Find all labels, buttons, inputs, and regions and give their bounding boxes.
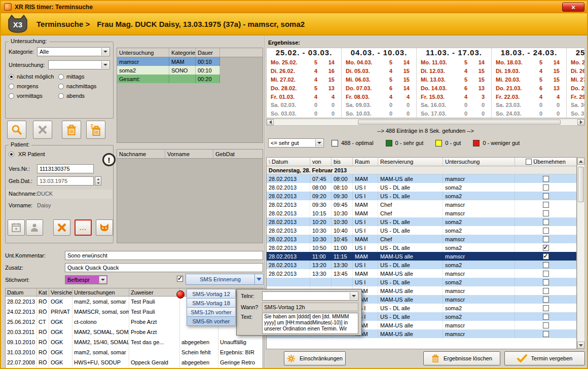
sms-erinnerung-button[interactable]: SMS Erinnerung <box>186 274 264 285</box>
ergebnisse-loeschen-button[interactable]: Ergebnisse löschen <box>423 351 500 365</box>
sms-menu-item[interactable]: SMS-Vortag 12 <box>187 289 236 299</box>
exam-col-header[interactable]: Kategorie <box>169 48 196 57</box>
week-day-row[interactable]: Sa. 02.03.00 <box>267 101 341 109</box>
week-day-row[interactable]: Fr. 22.03.44 <box>492 92 566 101</box>
spinner-down-icon[interactable] <box>97 182 100 184</box>
chevron-down-icon[interactable] <box>101 48 109 55</box>
spinner-up-icon[interactable] <box>97 178 100 180</box>
close-button[interactable]: × <box>562 3 584 12</box>
results-col-header[interactable]: Untersuchung <box>443 158 515 166</box>
week-day-row[interactable]: So. 10.03.00 <box>342 109 416 118</box>
exam-row[interactable]: soma2SONO00:10 <box>117 66 220 75</box>
results-col-header[interactable]: Raum <box>353 158 378 166</box>
patient-col-header[interactable]: GebDat <box>213 150 263 158</box>
week-day-row[interactable]: So. 31.03. <box>567 109 585 118</box>
scrollbar-thumb[interactable] <box>578 167 584 202</box>
week-day-row[interactable]: Mi. 06.03.515 <box>342 76 416 84</box>
history-row[interactable]: 22.07.2008RÖOGKHWS+FU, SODUPOppeck Geral… <box>6 357 263 367</box>
sms-dropdown-arrow[interactable] <box>254 274 263 284</box>
scroll-right-button[interactable] <box>577 119 584 125</box>
radio-icon[interactable] <box>9 93 14 99</box>
week-day-row[interactable]: Di. 26.02.416 <box>267 67 341 76</box>
uebernehmen-checkbox[interactable] <box>543 305 549 311</box>
result-row[interactable]: 28.02.201309:3009:45MAMChefmamscr <box>267 200 576 209</box>
result-row[interactable]: 28.02.201310:1510:30MAMChefmamscr <box>267 209 576 217</box>
einschraenkungen-button[interactable]: Einschränkungen <box>284 351 346 365</box>
titlebar[interactable]: XR RIS timer: Terminsuche × <box>1 1 587 13</box>
results-col-header[interactable]: Übernehmen <box>515 158 576 166</box>
week-day-row[interactable]: So. 24.03.00 <box>492 109 566 118</box>
week-day-row[interactable]: Do. 07.03.614 <box>342 84 416 92</box>
week-day-row[interactable]: Fr. 01.03.44 <box>267 92 341 101</box>
history-col-header[interactable]: Untersuchungen <box>72 288 129 296</box>
search-button[interactable] <box>7 121 26 139</box>
uebernehmen-checkbox[interactable] <box>543 279 549 285</box>
sms-menu-item[interactable]: SMS-12h vorher <box>187 307 236 317</box>
scroll-left-button[interactable] <box>267 119 274 125</box>
uebernehmen-checkbox[interactable] <box>543 271 549 277</box>
exam-col-header[interactable]: Dauer <box>196 48 220 57</box>
scroll-down-button[interactable] <box>577 342 584 349</box>
time-radio-option[interactable]: mittags <box>58 73 96 83</box>
kategorie-select[interactable]: Alle <box>37 47 110 56</box>
scrollbar-thumb[interactable] <box>358 120 561 125</box>
history-col-header[interactable]: Kat <box>37 288 49 296</box>
uebernehmen-checkbox[interactable] <box>543 245 549 251</box>
scroll-up-button[interactable] <box>577 158 584 165</box>
sms-reminder-checkbox[interactable] <box>177 276 183 282</box>
patient-col-header[interactable]: Nachname <box>117 150 165 158</box>
sms-text-input[interactable]: Sie haben am [dddd] den [dd. MMMM yyyy] … <box>262 313 358 334</box>
week-day-row[interactable]: Di. 26.03. <box>567 67 585 76</box>
week-day-row[interactable]: Fr. 29.03. <box>567 92 585 101</box>
telnr-select[interactable] <box>262 291 358 301</box>
exam-col-header[interactable]: Untersuchung <box>117 48 169 57</box>
radio-icon[interactable] <box>9 84 14 89</box>
week-day-row[interactable]: Sa. 09.03.00 <box>342 101 416 109</box>
results-col-header[interactable]: bis <box>332 158 353 166</box>
history-row[interactable]: 20.03.2011RÖOGKMAM2, SOMAL, SOMARProbe A… <box>6 327 263 337</box>
week-day-row[interactable]: Di. 12.03.415 <box>417 67 491 76</box>
quality-filter-select[interactable]: <= sehr gut <box>268 138 324 147</box>
patient-mascot-button[interactable] <box>96 219 113 236</box>
result-row[interactable]: 28.02.201308:0008:10US IUS - DL allesoma… <box>267 183 576 192</box>
week-day-row[interactable]: Fr. 08.03.44 <box>342 92 416 101</box>
history-col-header[interactable]: Datum <box>6 288 37 296</box>
stichwort-select[interactable]: Befbespr <box>65 275 107 284</box>
result-row[interactable]: 28.02.201310:3010:45MAMChefmamscr <box>267 235 576 243</box>
add-patient-button[interactable] <box>26 219 43 236</box>
time-radio-option[interactable]: morgens <box>9 83 54 93</box>
results-col-header[interactable]: von <box>310 158 332 166</box>
history-row[interactable]: 31.03.2010RÖOGKmam2, somal, somarSchein … <box>6 347 263 357</box>
week-day-row[interactable]: Mo. 11.03.514 <box>417 58 491 67</box>
uebernehmen-checkbox[interactable] <box>543 228 549 234</box>
chevron-down-icon[interactable] <box>350 292 357 300</box>
uebernehmen-checkbox[interactable] <box>543 193 549 199</box>
result-row[interactable]: 28.02.201313:2013:30US IUS - DL allesoma… <box>267 261 576 269</box>
week-day-row[interactable]: Di. 19.03.415 <box>492 67 566 76</box>
uebernehmen-checkbox[interactable] <box>543 176 549 182</box>
week-day-row[interactable]: Mi. 20.03.515 <box>492 76 566 84</box>
uebernehmen-header-checkbox[interactable] <box>526 159 532 165</box>
week-grid-scrollbar[interactable] <box>266 119 585 126</box>
results-scrollbar[interactable] <box>577 157 585 349</box>
week-day-row[interactable]: Do. 21.03.613 <box>492 84 566 92</box>
cancel-search-button[interactable] <box>33 121 52 139</box>
exam-row[interactable]: Gesamt:00:20 <box>117 75 220 83</box>
time-radio-option[interactable]: abends <box>58 93 96 102</box>
week-day-row[interactable]: Mi. 27.03. <box>567 76 585 84</box>
uebernehmen-checkbox[interactable] <box>543 184 549 191</box>
result-row[interactable]: 28.02.201310:5011:00US IUS - DL allesoma… <box>267 243 576 252</box>
results-col-header[interactable]: \Datum <box>267 158 310 166</box>
delete-all-exams-button[interactable] <box>86 121 105 139</box>
result-row[interactable]: 28.02.201309:2009:30US IUS - DL allesoma… <box>267 192 576 200</box>
radio-icon[interactable] <box>9 74 14 80</box>
week-day-row[interactable]: Fr. 15.03.43 <box>417 92 491 101</box>
patient-col-header[interactable]: Vorname <box>165 150 213 158</box>
week-day-row[interactable]: Mo. 25.03. <box>567 58 585 67</box>
sms-menu-item[interactable]: SMS-Vortag 18 <box>187 298 236 308</box>
history-col-header[interactable]: Versiche <box>49 288 72 296</box>
week-day-row[interactable]: Mi. 13.03.515 <box>417 76 491 84</box>
unt-kommentar-input[interactable]: Sono erwünscht <box>65 251 263 260</box>
result-row[interactable]: 28.02.201313:3013:45MAMMAM-US allemamscr <box>267 269 576 278</box>
delete-exam-button[interactable] <box>62 121 81 139</box>
